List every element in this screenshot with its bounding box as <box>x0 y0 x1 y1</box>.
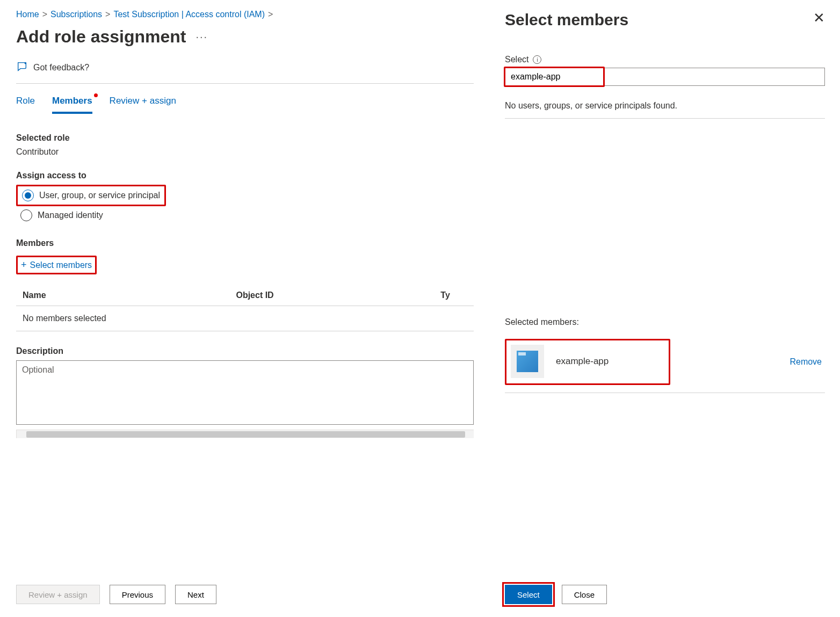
page-title: Add role assignment <box>16 27 186 47</box>
app-icon <box>517 351 538 372</box>
column-type: Ty <box>440 291 467 300</box>
radio-managed-identity[interactable]: Managed identity <box>16 206 474 224</box>
description-label: Description <box>16 346 474 356</box>
breadcrumb-separator: > <box>268 10 273 19</box>
feedback-label: Got feedback? <box>33 63 89 72</box>
tab-members[interactable]: Members <box>52 96 92 114</box>
column-object-id: Object ID <box>236 291 440 300</box>
plus-icon: + <box>21 259 27 271</box>
horizontal-scrollbar[interactable] <box>16 430 474 438</box>
close-icon[interactable]: ✕ <box>813 11 825 25</box>
breadcrumb-subscriptions[interactable]: Subscriptions <box>50 10 102 19</box>
feedback-icon <box>16 61 28 75</box>
select-members-label: Select members <box>30 260 92 270</box>
radio-button-icon <box>20 209 32 221</box>
svg-point-0 <box>25 62 27 64</box>
info-icon[interactable]: i <box>533 55 541 64</box>
side-panel-title: Select members <box>505 11 628 29</box>
next-button[interactable]: Next <box>175 585 216 604</box>
selected-role-label: Selected role <box>16 133 474 143</box>
tab-role[interactable]: Role <box>16 96 35 114</box>
select-button[interactable]: Select <box>505 585 552 604</box>
breadcrumb-separator: > <box>42 10 47 19</box>
footer-side: Select Close <box>505 585 607 604</box>
selected-role-value: Contributor <box>16 147 474 157</box>
breadcrumb: Home > Subscriptions > Test Subscription… <box>16 10 474 19</box>
selected-member-row: example-app Remove <box>505 333 825 393</box>
feedback-link[interactable]: Got feedback? <box>16 61 474 84</box>
footer-main: Review + assign Previous Next <box>16 585 216 604</box>
radio-user-group-sp[interactable]: User, group, or service principal <box>18 186 164 205</box>
member-name: example-app <box>556 356 609 367</box>
members-empty-row: No members selected <box>16 306 474 331</box>
assign-access-label: Assign access to <box>16 171 474 180</box>
member-search-input[interactable] <box>505 68 825 86</box>
radio-label-managed-identity: Managed identity <box>38 210 103 220</box>
more-actions-icon[interactable]: ··· <box>196 31 208 43</box>
members-section-label: Members <box>16 238 474 248</box>
tab-members-label: Members <box>52 96 92 106</box>
remove-member-link[interactable]: Remove <box>790 357 825 367</box>
breadcrumb-separator: > <box>105 10 110 19</box>
tab-indicator-dot <box>94 93 98 97</box>
breadcrumb-iam[interactable]: Test Subscription | Access control (IAM) <box>113 10 265 19</box>
review-assign-button: Review + assign <box>16 585 100 604</box>
member-app-tile <box>511 345 544 378</box>
tab-review-assign[interactable]: Review + assign <box>110 96 176 114</box>
select-members-link[interactable]: + Select members <box>18 257 95 273</box>
radio-label-user-group: User, group, or service principal <box>39 191 160 200</box>
column-name: Name <box>23 291 236 300</box>
tabs: Role Members Review + assign <box>16 96 474 114</box>
no-results-message: No users, groups, or service principals … <box>505 101 825 119</box>
select-field-label: Select <box>505 55 528 64</box>
description-textarea[interactable] <box>16 360 474 425</box>
selected-members-label: Selected members: <box>505 317 825 327</box>
close-button[interactable]: Close <box>562 585 607 604</box>
members-table: Name Object ID Ty No members selected <box>16 285 474 331</box>
breadcrumb-home[interactable]: Home <box>16 10 39 19</box>
radio-button-selected-icon <box>22 190 34 201</box>
previous-button[interactable]: Previous <box>110 585 165 604</box>
